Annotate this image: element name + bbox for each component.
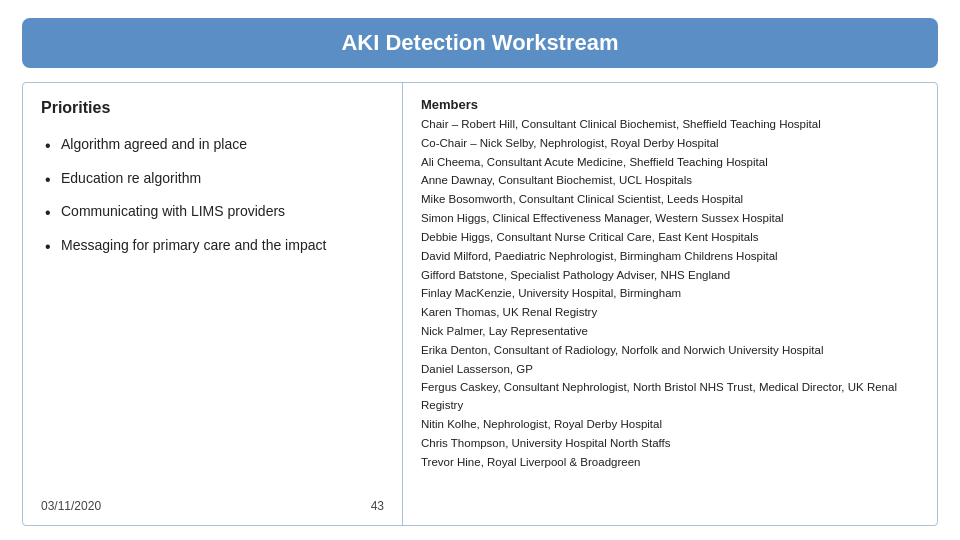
- member-item: Ali Cheema, Consultant Acute Medicine, S…: [421, 154, 919, 172]
- page-number: 43: [371, 499, 384, 513]
- header: AKI Detection Workstream: [22, 18, 938, 68]
- member-item: Simon Higgs, Clinical Effectiveness Mana…: [421, 210, 919, 228]
- date-label: 03/11/2020: [41, 499, 101, 513]
- member-item: David Milford, Paediatric Nephrologist, …: [421, 248, 919, 266]
- member-item: Trevor Hine, Royal Liverpool & Broadgree…: [421, 454, 919, 472]
- member-item: Karen Thomas, UK Renal Registry: [421, 304, 919, 322]
- list-item: Messaging for primary care and the impac…: [41, 236, 384, 256]
- member-item: Fergus Caskey, Consultant Nephrologist, …: [421, 379, 919, 415]
- content-area: Priorities Algorithm agreed and in place…: [22, 82, 938, 526]
- member-item: Gifford Batstone, Specialist Pathology A…: [421, 267, 919, 285]
- left-panel: Priorities Algorithm agreed and in place…: [23, 83, 403, 525]
- members-list: Chair – Robert Hill, Consultant Clinical…: [421, 116, 919, 471]
- member-item: Chair – Robert Hill, Consultant Clinical…: [421, 116, 919, 134]
- member-item: Co-Chair – Nick Selby, Nephrologist, Roy…: [421, 135, 919, 153]
- right-panel: Members Chair – Robert Hill, Consultant …: [403, 83, 937, 525]
- page: AKI Detection Workstream Priorities Algo…: [0, 0, 960, 540]
- page-title: AKI Detection Workstream: [42, 30, 918, 56]
- member-item: Erika Denton, Consultant of Radiology, N…: [421, 342, 919, 360]
- member-item: Chris Thompson, University Hospital Nort…: [421, 435, 919, 453]
- member-item: Nitin Kolhe, Nephrologist, Royal Derby H…: [421, 416, 919, 434]
- priorities-heading: Priorities: [41, 99, 384, 117]
- member-item: Daniel Lasserson, GP: [421, 361, 919, 379]
- list-item: Algorithm agreed and in place: [41, 135, 384, 155]
- priorities-list: Algorithm agreed and in placeEducation r…: [41, 135, 384, 269]
- member-item: Anne Dawnay, Consultant Biochemist, UCL …: [421, 172, 919, 190]
- footer-row: 03/11/2020 43: [41, 491, 384, 513]
- members-heading: Members: [421, 97, 919, 112]
- list-item: Education re algorithm: [41, 169, 384, 189]
- member-item: Mike Bosomworth, Consultant Clinical Sci…: [421, 191, 919, 209]
- list-item: Communicating with LIMS providers: [41, 202, 384, 222]
- member-item: Finlay MacKenzie, University Hospital, B…: [421, 285, 919, 303]
- member-item: Nick Palmer, Lay Representative: [421, 323, 919, 341]
- member-item: Debbie Higgs, Consultant Nurse Critical …: [421, 229, 919, 247]
